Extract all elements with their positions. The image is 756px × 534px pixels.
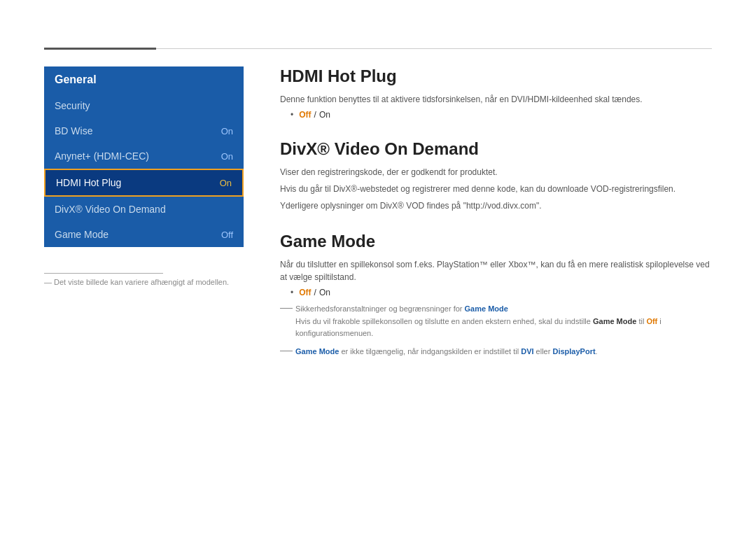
section-hdmi-title: HDMI Hot Plug bbox=[280, 66, 712, 86]
sidebar-item-gamemode-value: Off bbox=[221, 230, 233, 240]
sidebar-item-anynet-label: Anynet+ (HDMI-CEC) bbox=[55, 150, 149, 162]
note2-mid: til bbox=[636, 317, 646, 325]
sidebar-item-gamemode[interactable]: Game Mode Off bbox=[44, 222, 244, 247]
sidebar-item-gamemode-label: Game Mode bbox=[55, 229, 108, 240]
note3-gamemode: Game Mode bbox=[295, 347, 339, 356]
note2-off: Off bbox=[646, 317, 657, 325]
sidebar-item-bdwise[interactable]: BD Wise On bbox=[44, 118, 244, 143]
sidebar-item-anynet[interactable]: Anynet+ (HDMI-CEC) On bbox=[44, 143, 244, 169]
note3-or: eller bbox=[534, 347, 553, 356]
top-decorative-lines bbox=[44, 48, 712, 50]
hdmi-bullet-off: Off bbox=[299, 110, 311, 120]
sidebar-item-security[interactable]: Security bbox=[44, 93, 244, 118]
section-divx-title: DivX® Video On Demand bbox=[280, 139, 712, 159]
section-divx-desc3: Yderligere oplysninger om DivX® VOD find… bbox=[280, 199, 712, 212]
sidebar-item-divx[interactable]: DivX® Video On Demand bbox=[44, 197, 244, 222]
sidebar-note-divider bbox=[44, 273, 163, 274]
main-content: HDMI Hot Plug Denne funktion benyttes ti… bbox=[280, 66, 712, 380]
sidebar-item-bdwise-label: BD Wise bbox=[55, 125, 92, 136]
sidebar: General Security BD Wise On Anynet+ (HDM… bbox=[44, 66, 244, 247]
section-hdmi-bullet: • Off / On bbox=[290, 110, 712, 120]
note1-prefix: Sikkerhedsforanstaltninger og begrænsnin… bbox=[295, 304, 465, 313]
section-hdmi-hotplug: HDMI Hot Plug Denne funktion benyttes ti… bbox=[280, 66, 712, 120]
gamemode-bullet-on: On bbox=[319, 288, 330, 297]
note1-text: Sikkerhedsforanstaltninger og begrænsnin… bbox=[295, 303, 712, 340]
sidebar-item-hdmi-value: On bbox=[220, 178, 232, 188]
note2-text: Hvis du vil frakoble spillekonsollen og … bbox=[295, 317, 593, 325]
note3-dvi: DVI bbox=[521, 347, 533, 356]
note3-text: Game Mode er ikke tilgængelig, når indga… bbox=[295, 346, 598, 358]
section-divx-desc1: Viser den registreringskode, der er godk… bbox=[280, 166, 712, 178]
gamemode-bullet-slash: / bbox=[314, 288, 316, 297]
gamemode-note1: Sikkerhedsforanstaltninger og begrænsnin… bbox=[280, 303, 712, 343]
note2-bold: Game Mode bbox=[593, 317, 636, 325]
section-gamemode-desc: Når du tilslutter en spillekonsol som f.… bbox=[280, 258, 712, 283]
note1-dash bbox=[280, 308, 293, 309]
section-gamemode-bullet: • Off / On bbox=[290, 288, 712, 297]
sidebar-item-hdmi-hot-plug[interactable]: HDMI Hot Plug On bbox=[44, 169, 244, 197]
note3-mid: er ikke tilgængelig, når indgangskilden … bbox=[339, 347, 521, 356]
gamemode-note2: Game Mode er ikke tilgængelig, når indga… bbox=[280, 346, 712, 361]
note3-end: . bbox=[596, 347, 598, 356]
note1-linktext: Game Mode bbox=[465, 304, 508, 313]
sidebar-note-area: — Det viste billede kan variere afhængig… bbox=[44, 273, 244, 286]
hdmi-bullet-slash: / bbox=[314, 110, 316, 120]
gamemode-bullet-off: Off bbox=[299, 288, 311, 297]
bullet-dot-1: • bbox=[290, 110, 293, 120]
note2-dash bbox=[280, 351, 293, 351]
section-divx-desc2: Hvis du går til DivX®-webstedet og regis… bbox=[280, 183, 712, 195]
section-gamemode-title: Game Mode bbox=[280, 232, 712, 251]
sidebar-item-anynet-value: On bbox=[221, 151, 233, 162]
sidebar-item-security-label: Security bbox=[55, 100, 90, 111]
sidebar-item-divx-label: DivX® Video On Demand bbox=[55, 204, 166, 215]
top-line-dark bbox=[44, 48, 156, 50]
bullet-dot-2: • bbox=[290, 288, 293, 297]
sidebar-item-hdmi-label: HDMI Hot Plug bbox=[56, 177, 121, 188]
hdmi-bullet-on: On bbox=[319, 110, 330, 120]
note3-displayport: DisplayPort bbox=[552, 347, 595, 356]
section-gamemode: Game Mode Når du tilslutter en spillekon… bbox=[280, 232, 712, 360]
sidebar-header: General bbox=[44, 66, 244, 93]
top-line-light bbox=[156, 48, 712, 49]
sidebar-item-bdwise-value: On bbox=[221, 126, 233, 136]
section-divx: DivX® Video On Demand Viser den registre… bbox=[280, 139, 712, 212]
sidebar-note-text: — Det viste billede kan variere afhængig… bbox=[44, 278, 244, 286]
section-hdmi-desc: Denne funktion benyttes til at aktivere … bbox=[280, 93, 712, 106]
